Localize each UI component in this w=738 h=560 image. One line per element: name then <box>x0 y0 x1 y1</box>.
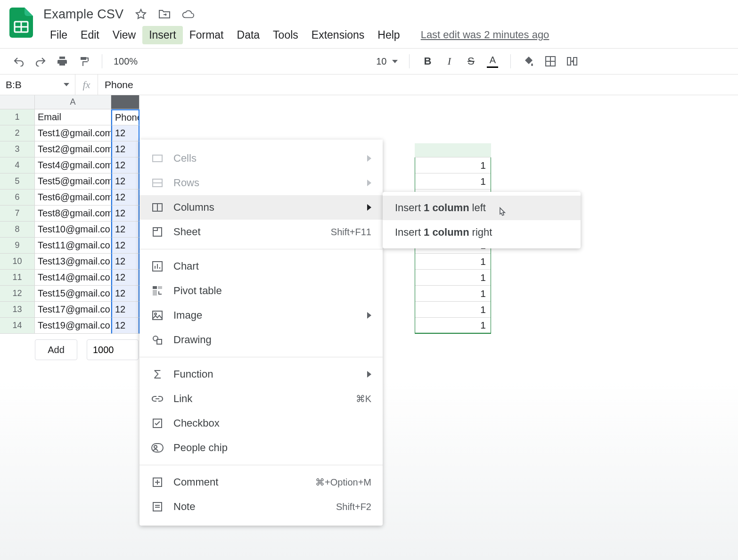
insert-note-item[interactable]: Note Shift+F2 <box>139 494 383 519</box>
cloud-status-icon[interactable] <box>182 8 194 20</box>
cell[interactable]: 12 <box>111 222 139 238</box>
cell[interactable]: Test13@gmail.com <box>35 254 111 270</box>
insert-columns-item[interactable]: Columns <box>139 195 383 220</box>
row-header[interactable]: 8 <box>0 222 35 238</box>
column-header-a[interactable]: A <box>35 95 111 109</box>
row-header[interactable]: 1 <box>0 109 35 125</box>
cell[interactable]: 1 <box>415 254 491 270</box>
menu-file[interactable]: File <box>43 26 74 44</box>
name-box[interactable]: B:B <box>0 74 75 95</box>
star-icon[interactable] <box>135 8 147 20</box>
cell[interactable]: 1 <box>415 173 491 189</box>
menu-edit[interactable]: Edit <box>74 26 106 44</box>
insert-drawing-item[interactable]: Drawing <box>139 328 383 352</box>
cell[interactable]: 12 <box>111 206 139 222</box>
cell[interactable]: Test2@gmail.com <box>35 141 111 157</box>
add-rows-count-input[interactable] <box>87 339 139 360</box>
cell[interactable]: 1 <box>415 302 491 318</box>
insert-function-item[interactable]: Σ Function <box>139 362 383 387</box>
cell[interactable]: Test8@gmail.com <box>35 206 111 222</box>
cell[interactable]: Email <box>35 109 111 125</box>
cell[interactable]: 1 <box>415 157 491 173</box>
cell[interactable]: Test11@gmail.com <box>35 238 111 254</box>
cell[interactable]: Test1@gmail.com <box>35 125 111 141</box>
cell[interactable]: 12 <box>111 286 139 302</box>
insert-pivot-item[interactable]: Pivot table <box>139 279 383 303</box>
menu-view[interactable]: View <box>106 26 142 44</box>
bold-icon[interactable]: B <box>421 55 434 68</box>
insert-rows-item[interactable]: Rows <box>139 171 383 195</box>
zoom-dropdown[interactable]: 100% <box>114 56 138 67</box>
row-header[interactable]: 9 <box>0 238 35 254</box>
move-folder-icon[interactable] <box>158 8 171 20</box>
text-color-icon[interactable]: A <box>486 55 499 68</box>
insert-checkbox-item[interactable]: Checkbox <box>139 411 383 436</box>
paint-format-icon[interactable] <box>77 55 90 68</box>
redo-icon[interactable] <box>34 55 47 68</box>
cell[interactable]: 12 <box>111 141 139 157</box>
strikethrough-icon[interactable]: S <box>464 55 477 68</box>
cell[interactable]: 12 <box>111 254 139 270</box>
row-header[interactable]: 7 <box>0 206 35 222</box>
cell[interactable]: 12 <box>111 125 139 141</box>
cell[interactable]: 12 <box>111 302 139 318</box>
insert-image-item[interactable]: Image <box>139 303 383 328</box>
row-header[interactable]: 3 <box>0 141 35 157</box>
cell[interactable]: Test5@gmail.com <box>35 173 111 189</box>
insert-chart-item[interactable]: Chart <box>139 254 383 279</box>
insert-column-left-item[interactable]: Insert 1 column left <box>383 196 581 220</box>
cell[interactable]: Test17@gmail.com <box>35 302 111 318</box>
menu-tools[interactable]: Tools <box>266 26 305 44</box>
cell[interactable]: 12 <box>111 318 139 334</box>
insert-link-item[interactable]: Link ⌘K <box>139 387 383 411</box>
row-header[interactable]: 5 <box>0 173 35 189</box>
merge-icon[interactable] <box>566 55 579 68</box>
menu-insert[interactable]: Insert <box>142 26 183 44</box>
menu-help[interactable]: Help <box>371 26 406 44</box>
insert-comment-item[interactable]: Comment ⌘+Option+M <box>139 470 383 494</box>
formula-bar[interactable]: Phone <box>98 79 738 91</box>
insert-cells-item[interactable]: Cells <box>139 146 383 171</box>
cell[interactable]: 1 <box>415 286 491 302</box>
cell[interactable]: Test6@gmail.com <box>35 189 111 206</box>
cell[interactable]: 12 <box>111 189 139 206</box>
document-title[interactable]: Example CSV <box>43 7 123 22</box>
borders-icon[interactable] <box>544 55 557 68</box>
menu-extensions[interactable]: Extensions <box>305 26 371 44</box>
row-header[interactable]: 2 <box>0 125 35 141</box>
cell[interactable]: Test10@gmail.com <box>35 222 111 238</box>
cell[interactable]: 1 <box>415 318 491 334</box>
row-header[interactable]: 11 <box>0 270 35 286</box>
menu-data[interactable]: Data <box>230 26 267 44</box>
fill-color-icon[interactable] <box>522 55 535 68</box>
cell[interactable]: 12 <box>111 173 139 189</box>
row-header[interactable]: 10 <box>0 254 35 270</box>
font-size-dropdown[interactable]: 10 <box>376 56 398 67</box>
row-header[interactable]: 14 <box>0 318 35 334</box>
cell[interactable]: Test14@gmail.com <box>35 270 111 286</box>
insert-column-right-item[interactable]: Insert 1 column right <box>383 220 581 245</box>
cell[interactable]: 12 <box>111 238 139 254</box>
insert-people-chip-item[interactable]: People chip <box>139 436 383 460</box>
print-icon[interactable] <box>56 55 69 68</box>
sheets-logo-icon[interactable] <box>9 8 33 38</box>
row-header[interactable]: 6 <box>0 189 35 206</box>
row-header[interactable]: 13 <box>0 302 35 318</box>
last-edit-link[interactable]: Last edit was 2 minutes ago <box>421 29 549 41</box>
menu-format[interactable]: Format <box>183 26 230 44</box>
column-header-b[interactable] <box>111 95 139 109</box>
add-rows-button[interactable]: Add <box>35 339 77 360</box>
undo-icon[interactable] <box>12 55 25 68</box>
row-header[interactable]: 12 <box>0 286 35 302</box>
cell[interactable]: Test4@gmail.com <box>35 157 111 173</box>
cell[interactable]: 12 <box>111 270 139 286</box>
cell[interactable]: Test15@gmail.com <box>35 286 111 302</box>
cell[interactable]: 1 <box>415 270 491 286</box>
people-icon <box>151 441 164 454</box>
cell[interactable]: 12 <box>111 157 139 173</box>
row-header[interactable]: 4 <box>0 157 35 173</box>
cell[interactable]: Phone <box>111 109 139 125</box>
insert-sheet-item[interactable]: Sheet Shift+F11 <box>139 220 383 244</box>
cell[interactable]: Test19@gmail.com <box>35 318 111 334</box>
italic-icon[interactable]: I <box>443 55 456 68</box>
